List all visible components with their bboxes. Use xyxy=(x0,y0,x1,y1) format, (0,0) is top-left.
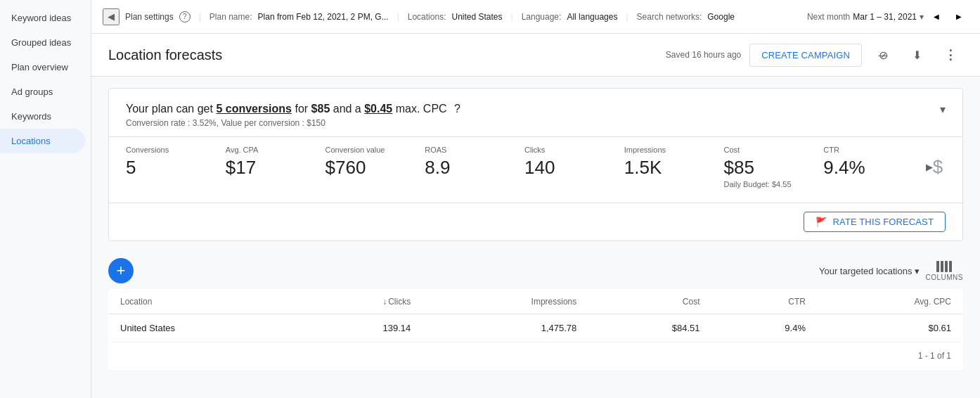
plan-settings-help-icon[interactable]: ? xyxy=(179,11,191,23)
prev-arrow-icon: ◀ xyxy=(934,13,939,20)
cell-cost: $84.51 xyxy=(588,314,711,342)
metric-conversion-value: Conversion value $760 xyxy=(325,146,425,188)
conversions-highlight: 5 conversions xyxy=(216,103,292,115)
col-header-clicks[interactable]: ↓Clicks xyxy=(298,290,422,314)
forecast-headline: Your plan can get 5 conversions for $85 … xyxy=(126,103,460,115)
col-header-location: Location xyxy=(109,290,299,314)
metrics-next-button[interactable]: ▶ $ xyxy=(923,146,946,188)
budget-highlight: $85 xyxy=(311,103,330,115)
flag-icon: 🚩 xyxy=(815,217,827,227)
table-toolbar-right: Your targeted locations ▾ COLUMNS xyxy=(819,261,963,281)
sidebar: Keyword ideas Grouped ideas Plan overvie… xyxy=(0,0,91,398)
metric-clicks: Clicks 140 xyxy=(524,146,624,188)
more-options-button[interactable]: ⋮ xyxy=(938,42,963,68)
col-header-cost: Cost xyxy=(588,290,711,314)
sidebar-item-locations[interactable]: Locations xyxy=(0,129,85,153)
metrics-next-icon: ▶ xyxy=(926,162,933,172)
metric-avg-cpa: Avg. CPA $17 xyxy=(226,146,325,188)
table-toolbar: + Your targeted locations ▾ COLUMNS xyxy=(108,252,963,289)
locations-table: Location ↓Clicks Impressions Cost CTR Av… xyxy=(108,289,963,370)
metrics-row: Conversions 5 Avg. CPA $17 Conversion va… xyxy=(109,136,962,203)
columns-label: COLUMNS xyxy=(925,274,963,281)
search-networks-value: Google xyxy=(707,12,735,22)
plan-name-value: Plan from Feb 12, 2021, 2 PM, G... xyxy=(258,12,389,22)
targeted-locations-button[interactable]: Your targeted locations ▾ xyxy=(819,266,920,276)
forecast-card: Your plan can get 5 conversions for $85 … xyxy=(108,88,963,241)
pagination-row: 1 - 1 of 1 xyxy=(109,342,963,370)
forecast-headline-container: Your plan can get 5 conversions for $85 … xyxy=(126,103,460,128)
sidebar-item-plan-overview[interactable]: Plan overview xyxy=(0,55,85,79)
date-chevron-icon[interactable]: ▾ xyxy=(920,12,924,22)
more-icon: ⋮ xyxy=(944,47,957,63)
sidebar-item-keywords[interactable]: Keywords xyxy=(0,104,85,129)
page-header: Location forecasts Saved 16 hours ago CR… xyxy=(91,34,980,77)
cell-avg-cpc: $0.61 xyxy=(817,314,963,342)
rate-forecast-button[interactable]: 🚩 RATE THIS FORECAST xyxy=(804,212,946,232)
metric-roas: ROAS 8.9 xyxy=(425,146,524,188)
col-header-avg-cpc: Avg. CPC xyxy=(817,290,963,314)
metric-conversions: Conversions 5 xyxy=(126,146,226,188)
forecast-card-header: Your plan can get 5 conversions for $85 … xyxy=(109,89,962,136)
table-row: United States 139.14 1,475.78 $84.51 9.4… xyxy=(109,314,963,342)
pagination-text: 1 - 1 of 1 xyxy=(109,342,963,370)
metric-impressions: Impressions 1.5K xyxy=(624,146,724,188)
table-header-row: Location ↓Clicks Impressions Cost CTR Av… xyxy=(109,290,963,314)
download-icon: ⬇ xyxy=(913,49,922,62)
disable-icon: ⊘ xyxy=(879,49,888,62)
sidebar-item-grouped-ideas[interactable]: Grouped ideas xyxy=(0,30,85,55)
sidebar-item-keyword-ideas[interactable]: Keyword ideas xyxy=(0,6,85,30)
rate-row: 🚩 RATE THIS FORECAST xyxy=(109,203,962,240)
sidebar-item-ad-groups[interactable]: Ad groups xyxy=(0,79,85,104)
forecast-collapse-button[interactable]: ▾ xyxy=(940,103,946,116)
saved-text: Saved 16 hours ago xyxy=(666,50,741,60)
targeted-locations-chevron-icon: ▾ xyxy=(915,266,920,276)
targeted-locations-label: Your targeted locations xyxy=(819,266,913,276)
cell-location: United States xyxy=(109,314,299,342)
cell-clicks: 139.14 xyxy=(298,314,422,342)
plan-name-label: Plan name: xyxy=(209,12,252,22)
main-panel: ◀ Plan settings ? | Plan name: Plan from… xyxy=(91,0,980,398)
date-prev-button[interactable]: ◀ xyxy=(927,7,946,27)
language-label: Language: xyxy=(522,12,562,22)
rate-forecast-label: RATE THIS FORECAST xyxy=(833,217,934,227)
metric-ctr: CTR 9.4% xyxy=(823,146,923,188)
max-cpc-highlight: $0.45 xyxy=(364,103,392,115)
language-value: All languages xyxy=(567,12,617,22)
columns-button[interactable]: COLUMNS xyxy=(925,261,963,281)
plus-icon: + xyxy=(117,262,126,280)
disable-icon-button[interactable]: ⊘ xyxy=(870,42,896,68)
page-header-actions: Saved 16 hours ago CREATE CAMPAIGN ⊘ ⬇ ⋮ xyxy=(666,42,963,68)
content-area: Your plan can get 5 conversions for $85 … xyxy=(91,77,980,398)
create-campaign-button[interactable]: CREATE CAMPAIGN xyxy=(749,44,862,67)
next-arrow-icon: ▶ xyxy=(956,13,962,20)
sort-down-icon: ↓ xyxy=(382,297,387,307)
locations-label: Locations: xyxy=(408,12,446,22)
date-nav: Next month Mar 1 – 31, 2021 ▾ ◀ ▶ xyxy=(807,7,969,27)
col-header-ctr: CTR xyxy=(711,290,818,314)
metric-cost: Cost $85 Daily Budget: $4.55 xyxy=(724,146,824,188)
locations-value: United States xyxy=(451,12,502,22)
page-title: Location forecasts xyxy=(108,47,222,63)
cell-impressions: 1,475.78 xyxy=(422,314,588,342)
columns-icon xyxy=(936,261,952,272)
next-month-label: Next month xyxy=(807,12,850,22)
download-button[interactable]: ⬇ xyxy=(904,42,929,68)
nav-back-button[interactable]: ◀ xyxy=(103,8,120,25)
search-networks-label: Search networks: xyxy=(637,12,702,22)
date-range: Mar 1 – 31, 2021 xyxy=(853,12,917,22)
top-nav: ◀ Plan settings ? | Plan name: Plan from… xyxy=(91,0,980,34)
help-circle-icon[interactable]: ? xyxy=(454,103,460,115)
date-next-button[interactable]: ▶ xyxy=(949,7,969,27)
chevron-down-icon: ▾ xyxy=(940,103,946,115)
forecast-sub: Conversion rate : 3.52%, Value per conve… xyxy=(126,118,460,128)
col-header-impressions: Impressions xyxy=(422,290,588,314)
add-location-button[interactable]: + xyxy=(108,258,134,283)
plan-settings-label: Plan settings xyxy=(125,12,174,22)
cell-ctr: 9.4% xyxy=(711,314,818,342)
